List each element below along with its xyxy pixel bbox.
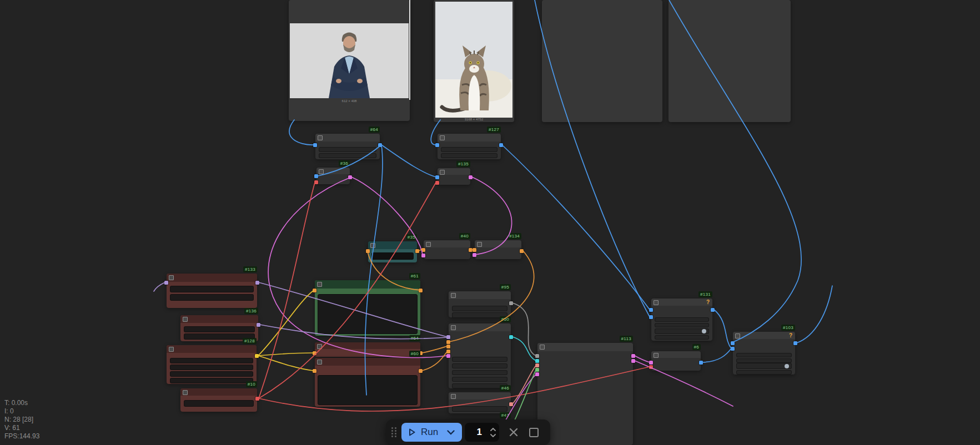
output-socket-purple[interactable] [255,281,259,285]
widget-row[interactable] [655,317,709,322]
collapse-icon[interactable] [426,242,431,247]
node-10[interactable]: #10 [180,388,257,412]
input-socket-blue[interactable] [731,341,735,345]
input-socket-orange[interactable] [446,340,450,344]
widget-row[interactable] [170,286,254,292]
node-6-titlebar[interactable] [651,351,701,358]
node-36-titlebar[interactable] [316,168,350,174]
node-46[interactable]: #46 [449,392,511,413]
input-socket-orange[interactable] [313,369,316,373]
collapse-icon[interactable] [370,243,375,248]
collapse-icon[interactable] [440,170,445,175]
input-socket-blue[interactable] [435,143,439,147]
output-socket-blue[interactable] [499,143,503,147]
widget-row[interactable] [184,326,255,332]
node-35[interactable]: #35 [368,241,417,262]
node-60-titlebar[interactable] [315,358,420,366]
node-103[interactable]: ?#103 [733,332,795,375]
input-socket-orange[interactable] [446,350,450,353]
output-socket-cyan[interactable] [509,335,513,339]
collapse-icon[interactable] [319,169,324,174]
input-socket-pink[interactable] [473,253,476,257]
collapse-icon[interactable] [317,360,322,365]
collapse-icon[interactable] [318,135,323,140]
node-40[interactable]: #40 [424,240,470,259]
node-133-titlebar[interactable] [167,274,257,282]
widget-row[interactable] [170,358,253,363]
collapse-icon[interactable] [477,242,482,247]
input-socket-orange[interactable] [446,345,450,348]
input-socket-blue[interactable] [313,143,317,147]
widget-row[interactable] [452,377,507,382]
widget-row[interactable] [371,252,414,260]
node-50[interactable]: #50 [449,323,511,388]
collapse-icon[interactable] [440,135,445,140]
widget-row[interactable] [170,365,253,370]
output-socket-blue[interactable] [793,341,797,345]
node-64[interactable]: #64 [315,342,420,357]
collapse-icon[interactable] [317,282,322,287]
node-134[interactable]: #134 [475,240,521,259]
widget-knob[interactable] [785,364,789,368]
output-socket-orange[interactable] [419,369,423,373]
stepper-down-icon[interactable] [490,434,496,437]
collapse-icon[interactable] [540,345,545,350]
output-socket-orange[interactable] [415,249,419,253]
collapse-icon[interactable] [183,390,188,395]
input-socket-red[interactable] [435,181,439,185]
node-61-titlebar[interactable] [315,280,420,289]
batch-count-input[interactable]: 1 [465,423,499,442]
node-128[interactable]: #128 [167,345,257,384]
node-10-titlebar[interactable] [180,388,257,396]
input-socket-cyan[interactable] [535,359,539,363]
output-socket-red[interactable] [255,397,259,401]
input-socket-blue[interactable] [649,315,653,319]
widget-row[interactable] [736,353,792,357]
widget-row[interactable] [452,363,507,368]
widget-row[interactable] [736,370,792,375]
output-socket-orange[interactable] [520,249,524,253]
collapse-icon[interactable] [183,317,188,322]
node-64-titlebar[interactable] [315,342,420,349]
widget-row[interactable] [170,378,253,383]
input-socket-blue[interactable] [649,308,653,312]
collapse-icon[interactable] [451,293,456,298]
collapse-icon[interactable] [317,344,322,349]
output-socket-orange[interactable] [469,248,473,252]
run-options-chevron-icon[interactable] [447,430,455,435]
widget-row[interactable] [655,335,709,340]
input-socket-pink[interactable] [446,354,450,358]
input-socket-blue[interactable] [435,175,439,179]
image-node-empty-1[interactable] [542,0,662,122]
text-widget[interactable] [318,375,418,405]
input-socket-salmon[interactable] [535,363,539,367]
collapse-icon[interactable] [735,333,740,338]
cancel-button[interactable] [509,428,518,437]
input-socket-blue[interactable] [731,347,735,351]
widget-row[interactable] [452,357,507,362]
output-socket-orange[interactable] [419,289,423,292]
node-60[interactable]: #60 [315,358,420,407]
widget-row[interactable] [319,147,376,152]
node-46-titlebar[interactable] [449,392,511,400]
node-136[interactable]: #136 [180,315,258,341]
image-node-cat[interactable]: 3168 × 4752 [434,0,514,122]
collapse-icon[interactable] [451,394,456,399]
output-socket-pink[interactable] [469,175,473,179]
node-64[interactable]: #64 [315,134,380,159]
node-131[interactable]: ?#131 [651,299,712,341]
toolbar-drag-handle[interactable] [391,426,398,438]
node-133[interactable]: #133 [167,274,257,308]
widget-row[interactable] [736,358,792,363]
widget-row[interactable] [184,400,254,407]
widget-row[interactable] [441,147,497,152]
widget-row[interactable] [170,371,253,377]
widget-row[interactable] [441,153,497,158]
node-6[interactable]: #6 [651,351,701,371]
input-socket-green[interactable] [535,368,539,372]
node-graph-canvas[interactable]: 612 × 408 3168 × 4752#64#127#36#135#35#4… [0,0,980,445]
input-socket-blue[interactable] [314,174,318,178]
text-widget[interactable] [318,294,418,334]
run-button[interactable]: Run [401,423,462,442]
node-35-titlebar[interactable] [368,241,417,249]
